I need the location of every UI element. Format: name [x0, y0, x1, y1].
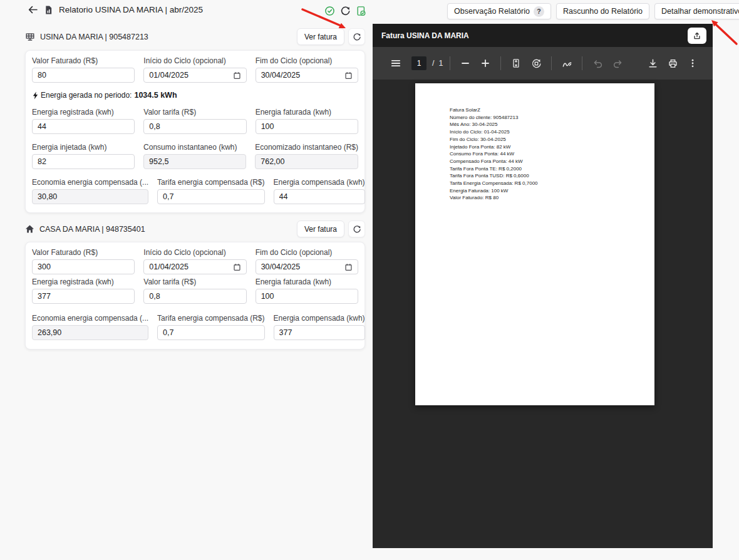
zoom-in-icon[interactable]	[477, 55, 494, 71]
open-external-button[interactable]	[688, 28, 706, 44]
pdf-menu-icon[interactable]	[388, 55, 404, 71]
consumo-instantaneo-input	[143, 154, 246, 169]
observacao-relatorio-label: Observação Relatório	[454, 7, 530, 16]
pdf-title: Fatura USINA DA MARIA	[381, 31, 469, 40]
valor-faturado-input[interactable]	[32, 259, 135, 274]
section-casa-title: CASA DA MARIA | 948735401	[39, 225, 145, 234]
economia-compensada-input	[32, 325, 148, 340]
economizado-instantaneo-input	[255, 154, 358, 169]
fit-page-icon[interactable]	[508, 55, 524, 71]
calendar-icon[interactable]	[344, 71, 353, 80]
calendar-icon[interactable]	[344, 263, 353, 271]
field-valor-tarifa: Valor tarifa (R$)	[143, 108, 246, 134]
fim-ciclo-date-input[interactable]: 30/04/2025	[256, 68, 358, 83]
calendar-icon[interactable]	[233, 263, 241, 271]
download-icon[interactable]	[644, 55, 661, 71]
help-badge: ?	[534, 6, 544, 17]
casa-form-card: Valor Faturado (R$) Início do Ciclo (opc…	[25, 242, 365, 350]
field-energia-faturada: Energia faturada (kwh)	[256, 277, 358, 304]
report-file-icon	[44, 5, 53, 15]
open-external-icon	[693, 31, 701, 40]
energia-injetada-input[interactable]	[32, 154, 135, 169]
detalhar-demonstrativo-button[interactable]: Detalhar demonstrativo	[654, 3, 739, 19]
field-energia-faturada: Energia faturada (kwh)	[256, 108, 358, 134]
energia-faturada-input[interactable]	[256, 289, 358, 304]
field-valor-tarifa: Valor tarifa (R$)	[143, 277, 246, 304]
refresh-usina-button[interactable]	[348, 28, 365, 45]
section-casa-header: CASA DA MARIA | 948735401 Ver fatura	[25, 220, 365, 237]
header-status-icons	[324, 6, 366, 16]
field-energia-registrada: Energia registrada (kwh)	[32, 108, 135, 134]
lightning-bolt-icon	[32, 91, 39, 100]
rotate-icon[interactable]	[528, 55, 544, 71]
energia-compensada-input[interactable]	[274, 189, 365, 204]
energia-faturada-input[interactable]	[256, 119, 358, 134]
print-icon[interactable]	[664, 55, 681, 71]
energia-compensada-input[interactable]	[274, 325, 365, 340]
section-usina-header: USINA DA MARIA | 905487213 Ver fatura	[25, 28, 365, 45]
pdf-page-number-input[interactable]: 1	[411, 56, 426, 70]
page-title: Relatorio USINA DA MARIA | abr/2025	[59, 5, 203, 14]
field-economia-compensada: Economia energia compensada (...	[32, 314, 148, 340]
home-icon	[25, 224, 34, 234]
app-header: Relatorio USINA DA MARIA | abr/2025	[28, 4, 203, 15]
field-energia-injetada: Energia injetada (kwh)	[32, 143, 135, 169]
refresh-icon[interactable]	[340, 6, 351, 16]
tarifa-compensada-input[interactable]	[157, 189, 264, 204]
pdf-toolbar: 1 / 1	[373, 47, 713, 80]
ver-fatura-casa-button[interactable]: Ver fatura	[297, 220, 344, 237]
back-arrow-icon[interactable]	[28, 4, 38, 15]
refresh-casa-button[interactable]	[348, 220, 365, 237]
field-tarifa-compensada: Tarifa energia compensada (R$)	[157, 314, 264, 340]
field-inicio-ciclo: Início do Ciclo (opcional) 01/04/2025	[143, 248, 246, 274]
field-economizado-instantaneo: Economizado instantaneo (R$)	[255, 143, 358, 169]
field-inicio-ciclo: Início do Ciclo (opcional) 01/04/2025	[143, 56, 246, 83]
usina-form-card: Valor Faturado (R$) Início do Ciclo (opc…	[25, 50, 365, 213]
annotate-pen-icon[interactable]	[559, 55, 575, 71]
check-circle-icon	[324, 6, 335, 16]
economia-compensada-input	[32, 189, 148, 204]
pdf-scroll-area[interactable]: Fatura SolarZ Número do cliente: 9054872…	[373, 80, 713, 548]
invoice-text-block: Fatura SolarZ Número do cliente: 9054872…	[450, 106, 538, 202]
field-energia-compensada: Energia compensada (kwh)	[274, 314, 365, 340]
field-fim-ciclo: Fim do Ciclo (opcional) 30/04/2025	[256, 56, 358, 83]
pdf-page-separator: /	[432, 59, 434, 68]
observacao-relatorio-button[interactable]: Observação Relatório ?	[447, 3, 551, 19]
ver-fatura-usina-button[interactable]: Ver fatura	[297, 28, 344, 45]
inicio-ciclo-date-input[interactable]: 01/04/2025	[143, 259, 246, 274]
valor-tarifa-input[interactable]	[143, 289, 246, 304]
report-validated-icon[interactable]	[356, 6, 366, 16]
rascunho-relatorio-button[interactable]: Rascunho do Relatório	[556, 3, 649, 19]
header-actions: Observação Relatório ? Rascunho do Relat…	[447, 3, 739, 19]
more-options-icon[interactable]	[685, 55, 701, 71]
field-tarifa-compensada: Tarifa energia compensada (R$)	[157, 178, 264, 204]
field-fim-ciclo: Fim do Ciclo (opcional) 30/04/2025	[256, 248, 358, 274]
pdf-viewer-header: Fatura USINA DA MARIA	[373, 24, 713, 47]
inicio-ciclo-date-input[interactable]: 01/04/2025	[143, 68, 246, 83]
field-energia-registrada: Energia registrada (kwh)	[32, 277, 135, 304]
pdf-viewer-panel: Fatura USINA DA MARIA 1 / 1	[373, 24, 713, 548]
field-valor-faturado: Valor Faturado (R$)	[32, 248, 135, 274]
field-economia-compensada: Economia energia compensada (...	[32, 178, 148, 204]
solar-panel-icon	[25, 32, 35, 42]
field-consumo-instantaneo: Consumo instantaneo (kwh)	[143, 143, 246, 169]
energia-registrada-input[interactable]	[32, 119, 135, 134]
section-usina-title: USINA DA MARIA | 905487213	[40, 33, 148, 41]
energy-generated-note: Energia gerada no periodo: 1034.5 kWh	[32, 90, 358, 100]
undo-icon	[589, 55, 606, 71]
pdf-page-total: 1	[438, 59, 443, 68]
redo-icon	[609, 55, 626, 71]
field-energia-compensada: Energia compensada (kwh)	[274, 178, 365, 204]
calendar-icon[interactable]	[233, 71, 241, 80]
valor-faturado-input[interactable]	[32, 68, 135, 83]
zoom-out-icon[interactable]	[457, 55, 473, 71]
valor-tarifa-input[interactable]	[143, 119, 246, 134]
field-valor-faturado: Valor Faturado (R$)	[32, 56, 135, 83]
fim-ciclo-date-input[interactable]: 30/04/2025	[256, 259, 358, 274]
energia-registrada-input[interactable]	[32, 289, 135, 304]
pdf-page: Fatura SolarZ Número do cliente: 9054872…	[415, 83, 654, 405]
tarifa-compensada-input[interactable]	[157, 325, 264, 340]
